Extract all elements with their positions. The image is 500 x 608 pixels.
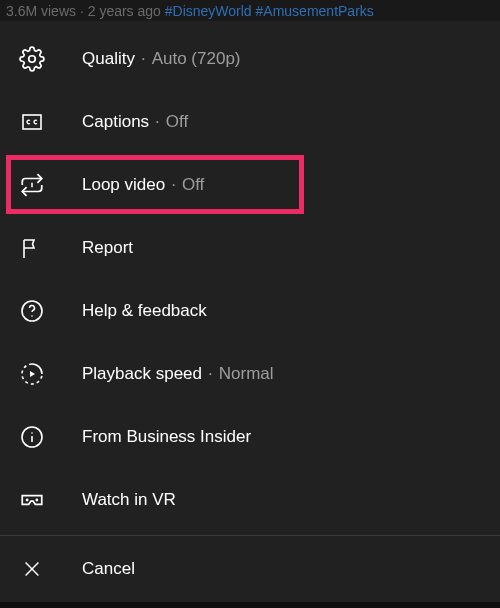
svg-point-7	[35, 498, 38, 501]
vr-icon	[18, 486, 46, 514]
views-text: 3.6M views	[6, 3, 76, 19]
playback-speed-icon	[18, 360, 46, 388]
info-icon	[18, 423, 46, 451]
close-icon	[18, 555, 46, 583]
dot-separator: ·	[141, 49, 146, 69]
quality-item[interactable]: Quality · Auto (720p)	[0, 27, 500, 90]
quality-value: Auto (720p)	[152, 49, 241, 69]
dot-separator: ·	[171, 175, 176, 195]
vr-label: Watch in VR	[82, 490, 176, 510]
svg-point-0	[29, 55, 36, 62]
help-item[interactable]: Help & feedback	[0, 279, 500, 342]
captions-icon	[18, 108, 46, 136]
quality-label: Quality	[82, 49, 135, 69]
svg-point-5	[31, 432, 33, 434]
svg-rect-1	[23, 115, 41, 129]
help-icon	[18, 297, 46, 325]
dot-separator: ·	[208, 364, 213, 384]
cancel-item[interactable]: Cancel	[0, 536, 500, 602]
svg-point-6	[26, 498, 29, 501]
age-text: 2 years ago	[88, 3, 161, 19]
captions-label: Captions	[82, 112, 149, 132]
from-channel-item[interactable]: From Business Insider	[0, 405, 500, 468]
from-label: From Business Insider	[82, 427, 251, 447]
flag-icon	[18, 234, 46, 262]
report-item[interactable]: Report	[0, 216, 500, 279]
settings-sheet: Quality · Auto (720p) Captions · Off	[0, 21, 500, 602]
loop-icon	[18, 171, 46, 199]
hashtag-link[interactable]: #DisneyWorld	[165, 3, 252, 19]
loop-label: Loop video	[82, 175, 165, 195]
gear-icon	[18, 45, 46, 73]
help-label: Help & feedback	[82, 301, 207, 321]
report-label: Report	[82, 238, 133, 258]
watch-vr-item[interactable]: Watch in VR	[0, 468, 500, 531]
captions-value: Off	[166, 112, 188, 132]
video-meta-bar: 3.6M views · 2 years ago #DisneyWorld #A…	[0, 0, 500, 21]
dot-separator: ·	[155, 112, 160, 132]
speed-value: Normal	[219, 364, 274, 384]
cancel-label: Cancel	[82, 559, 135, 579]
meta-dot: ·	[80, 3, 88, 19]
hashtag-link[interactable]: #AmusementParks	[256, 3, 374, 19]
speed-label: Playback speed	[82, 364, 202, 384]
loop-video-item[interactable]: Loop video · Off	[0, 153, 500, 216]
playback-speed-item[interactable]: Playback speed · Normal	[0, 342, 500, 405]
captions-item[interactable]: Captions · Off	[0, 90, 500, 153]
svg-point-3	[31, 315, 33, 317]
loop-value: Off	[182, 175, 204, 195]
